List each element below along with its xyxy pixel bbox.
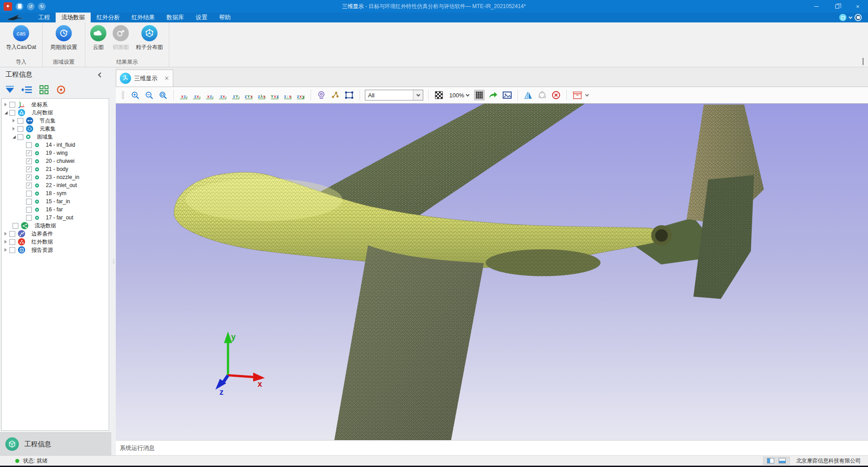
view-left-button[interactable]: xz [205,90,215,100]
tree-item-face-set[interactable]: 面域集 [2,133,109,141]
group-grid-icon[interactable] [39,84,49,95]
tab-3d-view[interactable]: 三维显示 ✕ [116,70,173,87]
tab-close-icon[interactable]: ✕ [164,75,169,82]
filter-icon[interactable] [4,84,15,95]
select-box-button[interactable] [344,90,355,100]
panel-splitter[interactable]: ⋮ [111,67,116,455]
zoom-out-button[interactable] [144,90,154,100]
menu-item-project[interactable]: 工程 [32,13,56,22]
panel-collapse-icon[interactable] [98,72,103,77]
tree-item-surface[interactable]: 21 - body [2,165,109,173]
view-top-button[interactable]: zY [231,90,241,100]
tree-item-surface[interactable]: 15 - far_in [2,197,109,205]
periodic-face-button[interactable]: 周期面设置 [44,25,83,51]
tree-item-surface[interactable]: 18 - sym [2,189,109,197]
expand-arrow-icon[interactable] [13,135,18,139]
tree-item-surface[interactable]: 22 - inlet_out [2,181,109,189]
tree-checkbox[interactable] [26,215,32,221]
expand-arrow-icon[interactable] [4,103,9,106]
expand-arrow-icon[interactable] [13,119,18,122]
view-back-button[interactable]: zx [192,90,202,100]
view-iso-1-button[interactable]: zλx [257,90,267,100]
tree-item-flow-data[interactable]: 流场数据 [2,222,109,230]
menu-item-flowfield[interactable]: 流场数据 [56,13,91,22]
screen-tool-icon[interactable] [839,14,846,21]
tree-item-infrared-data[interactable]: 红外数据 [2,238,109,246]
ribbon-collapse-button[interactable] [863,59,864,65]
view-iso-2-button[interactable]: Yxz [270,90,280,100]
menu-item-ir-analysis[interactable]: 红外分析 [91,13,126,22]
particle-distribution-button[interactable]: 粒子分布图 [132,25,167,51]
menu-item-database[interactable]: 数据库 [161,13,190,22]
collapse-list-icon[interactable] [22,84,32,95]
project-tree[interactable]: Yx 坐标系 几何数据 节点集 [1,98,109,431]
expand-arrow-icon[interactable] [4,240,9,244]
tree-checkbox[interactable] [26,191,32,196]
tree-checkbox[interactable] [26,150,32,156]
tree-checkbox[interactable] [18,126,23,132]
particles-nodes-button[interactable] [330,90,341,100]
tree-checkbox[interactable] [26,183,32,188]
archive-dropdown-icon[interactable] [585,92,589,96]
tree-checkbox[interactable] [26,207,32,213]
tree-checkbox[interactable] [26,158,32,164]
toolbar-drag-handle[interactable] [122,91,124,99]
manual-icon[interactable] [855,14,862,21]
share-export-button[interactable] [488,90,499,100]
zoom-in-button[interactable] [130,90,140,100]
tree-checkbox[interactable] [9,110,15,116]
app-logo-icon[interactable]: ✦ [4,2,12,11]
chevron-down-icon[interactable] [849,15,852,18]
tree-item-geometry-data[interactable]: 几何数据 [2,109,109,117]
camera-view-button[interactable] [316,90,327,100]
view-iso-4-button[interactable]: zxy [296,90,306,100]
cloud-map-button[interactable]: 云图 [87,25,110,51]
project-info-footer-tab[interactable]: 工程信息 [0,432,111,455]
restore-button[interactable] [827,0,847,13]
menu-item-settings[interactable]: 设置 [190,13,213,22]
combo-dropdown-button[interactable] [413,90,423,100]
tree-checkbox[interactable] [13,223,18,229]
tree-checkbox[interactable] [26,199,32,205]
menu-item-help[interactable]: 帮助 [213,13,237,22]
redo-icon[interactable]: ↻ [38,3,46,10]
expand-arrow-icon[interactable] [4,232,9,236]
snapshot-button[interactable] [502,90,513,100]
expand-arrow-icon[interactable] [4,248,9,252]
archive-box-button[interactable] [572,90,583,100]
tree-item-node-set[interactable]: 节点集 [2,117,109,125]
tree-item-surface[interactable]: 19 - wing [2,149,109,157]
tree-item-surface[interactable]: 16 - far [2,205,109,214]
tree-item-surface[interactable]: 20 - chuiwei [2,157,109,165]
tree-item-element-set[interactable]: 元素集 [2,125,109,133]
tree-checkbox[interactable] [26,175,32,180]
tree-checkbox[interactable] [9,102,15,108]
close-button[interactable]: × [847,0,868,13]
tree-item-boundary-condition[interactable]: 边界条件 [2,230,109,238]
mirror-button[interactable] [523,90,534,100]
layout-left-panel-icon[interactable] [767,458,774,463]
tree-item-surface[interactable]: 23 - nozzle_in [2,173,109,181]
delete-result-button[interactable] [551,90,561,100]
view-bottom-button[interactable]: zYx [244,90,254,100]
tree-checkbox[interactable] [18,118,23,124]
tree-checkbox[interactable] [26,166,32,172]
expand-arrow-icon[interactable] [13,127,18,131]
tree-item-surface[interactable]: 14 - int_fluid [2,141,109,149]
tree-item-report-resource[interactable]: 报告资源 [2,246,109,254]
minimize-button[interactable] [806,0,827,13]
menu-item-ir-results[interactable]: 红外结果 [126,13,161,22]
tree-checkbox[interactable] [9,247,15,253]
expand-arrow-icon[interactable] [4,111,9,114]
tree-checkbox[interactable] [26,142,32,148]
zoom-fit-button[interactable] [158,90,168,100]
undo-icon[interactable]: ↺ [27,3,35,10]
layout-bottom-panel-icon[interactable] [779,458,786,463]
display-filter-select[interactable]: All [365,90,423,100]
new-file-icon[interactable] [16,3,23,10]
3d-viewport[interactable]: y x z [116,104,868,440]
import-cas-dat-button[interactable]: cas 导入Cas/Dat [2,25,40,51]
tree-item-surface[interactable]: 17 - far_out [2,214,109,222]
view-right-button[interactable]: zx [218,90,228,100]
view-iso-3-button[interactable]: z↓x [283,90,293,100]
